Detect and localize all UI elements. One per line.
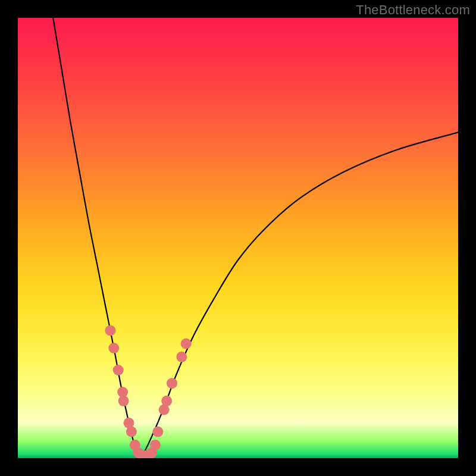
curve-right [141, 132, 458, 458]
data-marker [126, 427, 137, 437]
chart-frame: TheBottleneck.com [0, 0, 476, 476]
data-marker [161, 396, 172, 406]
data-marker [150, 440, 161, 450]
data-marker [152, 427, 163, 437]
data-marker [176, 352, 187, 362]
data-marker [113, 365, 124, 375]
data-marker [118, 396, 129, 406]
data-markers [105, 325, 191, 458]
plot-area [18, 18, 458, 458]
chart-svg [18, 18, 458, 458]
data-marker [167, 378, 177, 389]
data-marker [105, 325, 115, 336]
data-marker [108, 343, 119, 353]
data-marker [181, 339, 192, 349]
watermark-text: TheBottleneck.com [356, 2, 470, 18]
